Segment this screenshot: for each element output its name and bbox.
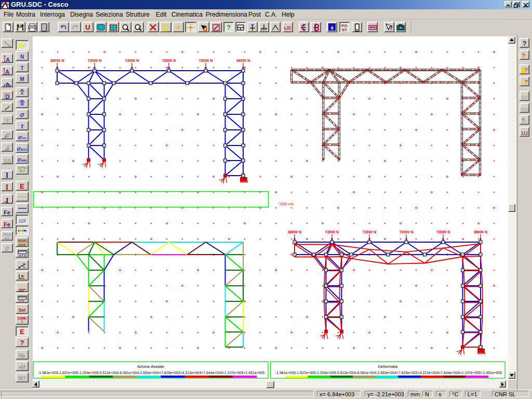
svg-text:ˁ1000 mmˌ: ˁ1000 mmˌ (278, 202, 295, 206)
svg-text:36000 N: 36000 N (288, 230, 301, 234)
svg-text:A: A (5, 82, 9, 87)
svg-text:S: S (7, 158, 11, 164)
svg-text:36000 N: 36000 N (236, 59, 250, 62)
svg-text:D: D (5, 94, 9, 99)
svg-text:72000 N: 72000 N (88, 59, 101, 62)
svg-text:A: A (6, 57, 10, 63)
svg-text:-1.981e+005-1.637e+005-1.294e+: -1.981e+005-1.637e+005-1.294e+005-9.512e… (275, 370, 502, 375)
svg-text:?: ? (23, 274, 25, 277)
svg-text:-1.981e+005-1.637e+005-1.294e+: -1.981e+005-1.637e+005-1.294e+005-9.512e… (38, 370, 264, 375)
svg-text:?: ? (389, 25, 393, 31)
svg-text:1.3e: 1.3e (370, 26, 375, 29)
svg-text:72000 N: 72000 N (125, 59, 139, 62)
svg-text:72000 N: 72000 N (400, 230, 413, 234)
svg-text:72000 N: 72000 N (325, 230, 339, 234)
svg-text:36000 N: 36000 N (50, 59, 64, 62)
svg-text:Deformata: Deformata (378, 364, 398, 369)
svg-text:72000 N: 72000 N (199, 59, 212, 62)
svg-text:A: A (5, 69, 9, 75)
svg-text:72000 N: 72000 N (436, 230, 450, 234)
svg-text:36000 N: 36000 N (474, 230, 487, 234)
svg-text:H T H: H T H (19, 254, 26, 257)
svg-text:Azione Assiale: Azione Assiale (137, 364, 165, 369)
svg-text:?: ? (20, 284, 23, 289)
svg-text:72000 N: 72000 N (363, 230, 376, 234)
svg-text:72000 N: 72000 N (162, 59, 176, 62)
